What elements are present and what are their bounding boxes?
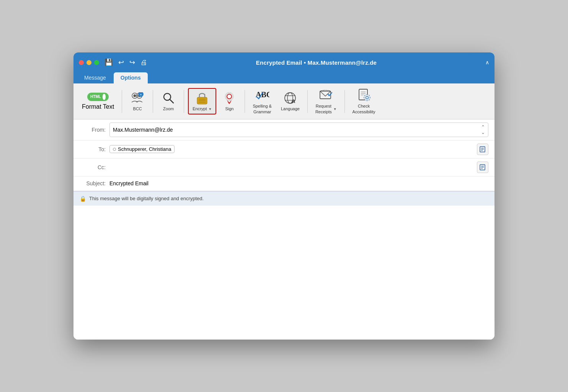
svg-text:+: + xyxy=(140,93,142,96)
from-row: From: ⌃⌄ xyxy=(73,119,495,140)
bcc-button[interactable]: + BCC xyxy=(126,89,149,114)
recipient-dot xyxy=(113,148,116,151)
encrypt-dropdown-indicator: ▼ xyxy=(208,107,212,111)
divider-6 xyxy=(344,90,345,113)
svg-text:A: A xyxy=(292,98,295,104)
request-receipts-label: RequestReceipts xyxy=(315,103,332,114)
redo-icon[interactable]: ↪ xyxy=(129,58,135,67)
encrypt-button[interactable]: Encrypt ▼ xyxy=(188,88,216,114)
toolbar: HTML Format Text + BCC xyxy=(73,83,495,119)
svg-line-35 xyxy=(364,100,365,100)
security-notice-text: This message will be digitally signed an… xyxy=(89,196,204,201)
undo-icon[interactable]: ↩ xyxy=(118,58,124,67)
format-text-label: Format Text xyxy=(82,103,114,110)
close-button[interactable] xyxy=(79,60,84,65)
request-receipts-icon xyxy=(319,88,333,102)
maximize-button[interactable] xyxy=(94,60,99,65)
from-wrapper: ⌃⌄ xyxy=(109,122,488,137)
svg-point-15 xyxy=(227,95,231,98)
titlebar-icons: 💾 ↩ ↪ 🖨 xyxy=(104,58,147,67)
zoom-button[interactable]: Zoom xyxy=(157,89,180,114)
html-toggle[interactable]: HTML xyxy=(87,93,109,101)
sign-label: Sign xyxy=(225,106,233,111)
lock-icon: 🔒 xyxy=(80,196,86,202)
email-window: 💾 ↩ ↪ 🖨 Encrypted Email • Max.Mustermann… xyxy=(73,52,495,340)
subject-label: Subject: xyxy=(80,180,106,186)
request-receipts-button[interactable]: RequestReceipts ▼ xyxy=(312,86,341,117)
svg-line-7 xyxy=(170,100,173,103)
encrypt-icon xyxy=(196,91,209,105)
from-chevron-icon: ⌃⌄ xyxy=(481,124,485,135)
to-row: To: Schnupperer, Christiana xyxy=(73,140,495,158)
to-address-book-button[interactable] xyxy=(477,144,488,155)
sign-icon xyxy=(223,91,235,105)
divider-4 xyxy=(245,90,245,113)
language-label: Language xyxy=(281,106,300,111)
svg-line-36 xyxy=(369,95,369,96)
svg-point-1 xyxy=(134,94,136,97)
window-title: Encrypted Email • Max.Mustermann@lrz.de xyxy=(147,59,485,66)
subject-input[interactable] xyxy=(109,180,488,186)
cc-label: Cc: xyxy=(80,164,106,170)
minimize-button[interactable] xyxy=(87,60,91,65)
security-banner: 🔒 This message will be digitally signed … xyxy=(73,191,495,206)
check-accessibility-button[interactable]: CheckAccessibility xyxy=(349,86,379,117)
check-accessibility-icon xyxy=(357,88,371,102)
cc-address-book-button[interactable] xyxy=(477,162,488,173)
print-icon[interactable]: 🖨 xyxy=(140,59,147,67)
collapse-icon[interactable]: ∧ xyxy=(485,59,489,65)
titlebar: 💾 ↩ ↪ 🖨 Encrypted Email • Max.Mustermann… xyxy=(73,52,495,72)
sign-button[interactable]: Sign xyxy=(218,89,241,114)
divider-2 xyxy=(153,90,153,113)
email-form: From: ⌃⌄ To: Schnupperer, Christiana xyxy=(73,119,495,191)
to-input[interactable] xyxy=(177,146,477,152)
from-label: From: xyxy=(80,127,106,133)
receipts-dropdown-indicator: ▼ xyxy=(333,107,337,111)
to-recipient-chip[interactable]: Schnupperer, Christiana xyxy=(109,145,175,153)
bcc-icon: + xyxy=(131,91,144,105)
cc-input[interactable] xyxy=(109,164,477,170)
spelling-label: Spelling &Grammar xyxy=(253,103,272,114)
toggle-knob xyxy=(103,94,106,100)
divider-3 xyxy=(184,90,184,113)
zoom-icon xyxy=(162,91,175,105)
to-label: To: xyxy=(80,146,106,152)
bcc-label: BCC xyxy=(133,106,142,111)
window-controls xyxy=(79,60,99,65)
check-accessibility-label: CheckAccessibility xyxy=(353,103,375,114)
spelling-grammar-button[interactable]: ABC Spelling &Grammar xyxy=(249,86,276,117)
zoom-label: Zoom xyxy=(163,106,174,111)
svg-line-34 xyxy=(369,100,369,100)
svg-line-33 xyxy=(364,95,365,96)
save-icon[interactable]: 💾 xyxy=(104,58,113,67)
tab-message[interactable]: Message xyxy=(77,72,113,83)
subject-row: Subject: xyxy=(73,176,495,191)
tab-options[interactable]: Options xyxy=(114,72,148,83)
cc-row: Cc: xyxy=(73,158,495,176)
divider-1 xyxy=(122,90,122,113)
format-text-button[interactable]: HTML Format Text xyxy=(78,90,118,113)
spelling-icon: ABC xyxy=(255,88,269,102)
language-icon: A xyxy=(283,91,297,105)
email-body[interactable] xyxy=(73,206,495,340)
tab-bar: Message Options xyxy=(73,72,495,83)
language-button[interactable]: A Language xyxy=(277,89,304,114)
recipient-name: Schnupperer, Christiana xyxy=(118,146,171,152)
from-input[interactable] xyxy=(113,127,481,133)
encrypt-label: Encrypt xyxy=(193,106,207,111)
divider-5 xyxy=(307,90,308,113)
